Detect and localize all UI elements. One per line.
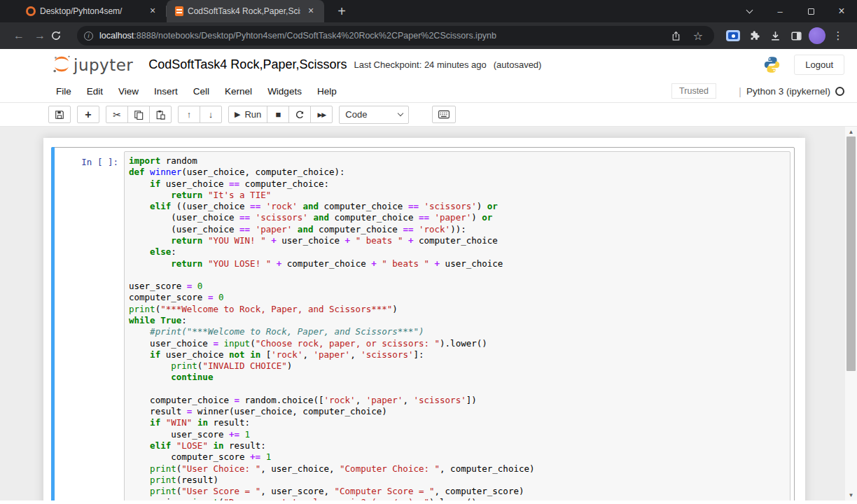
code-line[interactable]: computer_choice = random.choice(['rock',… (129, 395, 787, 406)
browser-tab-jupyter-home[interactable]: Desktop/Pyhton4sem/ × (18, 0, 166, 22)
code-line[interactable]: print(result) (129, 475, 787, 486)
code-line[interactable]: return "YOU LOSE! " + computer_choice + … (129, 258, 787, 270)
code-line[interactable]: user_score += 1 (129, 429, 787, 440)
extensions-puzzle-icon[interactable] (744, 30, 765, 42)
browser-tab-notebook[interactable]: CodSoftTask4 Rock,Paper,Scisso × (167, 0, 324, 22)
code-line[interactable]: user_score = 0 (129, 281, 787, 292)
code-line[interactable]: again = input("Do you want to play again… (129, 497, 787, 500)
window-restore-button[interactable] (795, 6, 826, 17)
code-line[interactable]: elif ((user_choice == 'rock' and compute… (129, 201, 787, 212)
code-line[interactable]: elif "LOSE" in result: (129, 440, 787, 451)
page-scrollbar[interactable]: ▲ ▼ (845, 127, 857, 500)
back-icon[interactable]: ← (8, 29, 29, 42)
menu-widgets[interactable]: Widgets (260, 82, 309, 101)
code-line[interactable]: if "WIN" in result: (129, 417, 787, 428)
code-line[interactable]: return "It's a TIE" (129, 190, 787, 201)
code-line[interactable]: import random (129, 155, 787, 167)
run-icon: ▶ (235, 110, 240, 119)
cell-input-area[interactable]: import randomdef winner(user_choice, com… (124, 151, 790, 500)
site-info-icon[interactable]: i (84, 31, 93, 41)
code-line[interactable]: #print("***Welcome to Rock, Paper, and S… (129, 326, 787, 337)
picture-in-picture-icon[interactable] (723, 30, 744, 41)
code-line[interactable]: print("INVALID CHOICE") (129, 360, 787, 372)
command-palette-button[interactable] (432, 106, 456, 123)
code-line[interactable]: print("User Score = ", user_score, "Comp… (129, 486, 787, 497)
interrupt-kernel-button[interactable]: ■ (267, 106, 289, 123)
notebook-favicon (175, 6, 183, 16)
url-field[interactable]: i localhost:8888/notebooks/Desktop/Pyhto… (77, 26, 714, 46)
logout-button[interactable]: Logout (794, 55, 844, 75)
code-line[interactable]: if user_choice == computer_choice: (129, 178, 787, 190)
code-line[interactable]: computer_score += 1 (129, 451, 787, 463)
menu-edit[interactable]: Edit (79, 82, 111, 101)
keyboard-icon (438, 110, 450, 119)
cell-type-value: Code (345, 109, 367, 120)
browser-menu-kebab-icon[interactable]: ⋮ (828, 29, 849, 42)
tab-search-chevron-icon[interactable] (734, 6, 765, 17)
move-cell-down-button[interactable]: ↓ (200, 106, 222, 123)
restart-kernel-button[interactable] (288, 106, 311, 123)
side-panel-icon[interactable] (786, 30, 807, 42)
trusted-badge[interactable]: Trusted (671, 83, 716, 99)
copy-icon (134, 110, 144, 120)
copy-cell-button[interactable] (127, 106, 150, 123)
code-line[interactable]: print("User Choice: ", user_choice, "Com… (129, 463, 787, 475)
notebook-container: In [ ]: import randomdef winner(user_cho… (43, 138, 805, 500)
cell-type-select[interactable]: Code (339, 106, 409, 124)
code-line[interactable]: continue (129, 372, 787, 383)
scrollbar-thumb[interactable] (846, 136, 856, 371)
reload-icon[interactable] (50, 30, 71, 41)
scroll-up-icon[interactable]: ▲ (845, 129, 857, 135)
jupyter-header: jupyter CodSoftTask4 Rock,Paper,Scissors… (0, 49, 857, 80)
code-editor[interactable]: import randomdef winner(user_choice, com… (129, 155, 787, 500)
menu-insert[interactable]: Insert (146, 82, 186, 101)
profile-avatar[interactable] (807, 27, 828, 44)
code-line[interactable]: return "YOU WIN! " + user_choice + " bea… (129, 235, 787, 246)
code-line[interactable]: computer_score = 0 (129, 292, 787, 303)
menu-view[interactable]: View (111, 82, 146, 101)
code-line[interactable]: result = winner(user_choice, computer_ch… (129, 406, 787, 417)
code-line[interactable]: user_choice = input("Choose rock, paper,… (129, 338, 787, 349)
code-line[interactable]: (user_choice == 'scissors' and computer_… (129, 212, 787, 223)
window-close-button[interactable]: × (826, 5, 857, 18)
code-line[interactable]: else: (129, 246, 787, 258)
window-minimize-button[interactable]: – (765, 6, 795, 17)
code-line[interactable]: (user_choice == 'paper' and computer_cho… (129, 224, 787, 235)
code-line[interactable]: print("***Welcome to Rock, Paper, and Sc… (129, 304, 787, 315)
run-cell-button[interactable]: ▶ Run (228, 106, 267, 123)
downloads-icon[interactable] (765, 30, 786, 42)
paste-cell-button[interactable] (149, 106, 172, 123)
insert-cell-button[interactable]: + (77, 106, 99, 123)
new-tab-button[interactable]: + (333, 4, 351, 20)
menu-help[interactable]: Help (309, 82, 344, 101)
menubar-right: Trusted | Python 3 (ipykernel) (671, 83, 844, 99)
code-line[interactable]: if user_choice not in ['rock', 'paper', … (129, 349, 787, 360)
kernel-indicator: | Python 3 (ipykernel) (739, 85, 844, 97)
code-cell-selected[interactable]: In [ ]: import randomdef winner(user_cho… (51, 147, 795, 500)
tab-close-icon[interactable]: × (305, 5, 317, 18)
restart-run-all-button[interactable]: ▶▶ (310, 106, 333, 123)
move-cell-up-button[interactable]: ↑ (178, 106, 200, 123)
header-right: Logout (762, 49, 844, 80)
menu-cell[interactable]: Cell (186, 82, 217, 101)
code-line[interactable]: def winner(user_choice, computer_choice)… (129, 167, 787, 178)
share-icon[interactable] (671, 31, 689, 41)
url-host: localhost (99, 31, 134, 41)
notebook-title[interactable]: CodSoftTask4 Rock,Paper,Scissors (148, 57, 347, 72)
code-line[interactable]: while True: (129, 315, 787, 326)
url-path: :8888/notebooks/Desktop/Pyhton4sem/CodSo… (134, 31, 496, 41)
code-line[interactable] (129, 270, 787, 281)
code-line[interactable] (129, 384, 787, 395)
notebook-toolbar: + ✂ ↑ ↓ ▶ Run ■ ▶▶ Code (0, 103, 857, 127)
scroll-down-icon[interactable]: ▼ (845, 492, 857, 498)
jupyter-logo[interactable]: jupyter (53, 55, 133, 74)
bookmark-star-icon[interactable]: ☆ (689, 29, 707, 43)
cut-cell-button[interactable]: ✂ (106, 106, 128, 123)
forward-icon[interactable]: → (29, 29, 50, 42)
save-button[interactable] (48, 106, 71, 123)
tab-close-icon[interactable]: × (146, 5, 159, 18)
menu-kernel[interactable]: Kernel (217, 82, 260, 101)
chevron-down-icon (398, 111, 403, 116)
menu-file[interactable]: File (48, 82, 79, 101)
kernel-separator: | (739, 85, 741, 97)
